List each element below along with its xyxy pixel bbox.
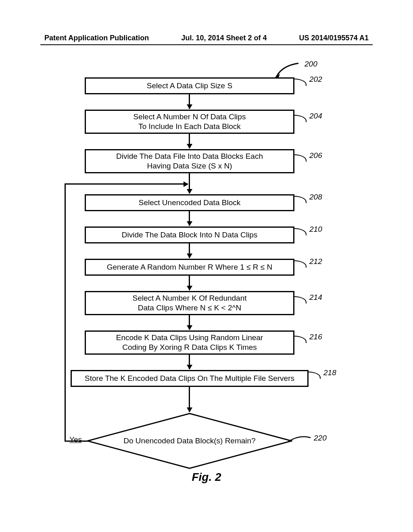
loop-vertical <box>65 183 66 441</box>
arrow-208-210 <box>189 211 190 226</box>
callout-curve-218 <box>309 372 321 379</box>
step-214: Select A Number K Of Redundant Data Clip… <box>85 291 294 315</box>
header-right: US 2014/0195574 A1 <box>299 34 369 42</box>
ref-204: 204 <box>309 112 322 121</box>
ref-202: 202 <box>309 75 322 84</box>
header-rule <box>40 44 373 45</box>
step-212-text: Generate A Random Number R Where 1 ≤ R ≤… <box>107 262 273 272</box>
arrow-204-206 <box>189 134 190 148</box>
callout-curve-204 <box>294 115 307 122</box>
step-216: Encode K Data Clips Using Random Linear … <box>85 330 294 355</box>
step-208: Select Unencoded Data Block <box>85 194 294 211</box>
ref-200: 200 <box>305 60 317 69</box>
arrow-206-208 <box>189 173 190 193</box>
callout-curve-216 <box>294 336 307 343</box>
step-202-text: Select A Data Clip Size S <box>147 81 232 91</box>
step-204-line2: To Include In Each Data Block <box>138 122 240 131</box>
ref-220: 220 <box>314 434 327 443</box>
step-218-text: Store The K Encoded Data Clips On The Mu… <box>85 374 294 383</box>
callout-curve-208 <box>294 196 307 203</box>
callout-curve-206 <box>294 154 307 162</box>
callout-curve-210 <box>294 228 307 235</box>
branch-yes-label: Yes <box>69 435 82 444</box>
step-214-line1: Select A Number K Of Redundant <box>132 293 246 303</box>
callout-arrow-200 <box>274 62 302 79</box>
arrow-214-216 <box>189 315 190 330</box>
ref-216: 216 <box>309 332 322 341</box>
step-212: Generate A Random Number R Where 1 ≤ R ≤… <box>85 259 294 276</box>
arrow-210-212 <box>189 243 190 258</box>
step-204-line1: Select A Number N Of Data Clips <box>133 112 246 122</box>
callout-curve-212 <box>294 260 307 268</box>
arrow-218-220 <box>189 387 190 412</box>
step-208-text: Select Unencoded Data Block <box>139 198 240 208</box>
step-210-text: Divide The Data Block Into N Data Clips <box>122 230 258 240</box>
callout-curve-202 <box>294 79 307 86</box>
figure-label: Fig. 2 <box>192 471 221 484</box>
ref-208: 208 <box>309 193 322 202</box>
ref-206: 206 <box>309 151 322 160</box>
step-210: Divide The Data Block Into N Data Clips <box>85 227 294 243</box>
step-214-line2: Data Clips Where N ≤ K < 2^N <box>138 303 241 313</box>
arrow-216-218 <box>189 355 190 369</box>
arrow-212-214 <box>189 276 190 290</box>
step-206-line2: Having Data Size (S x N) <box>147 161 232 171</box>
arrow-202-204 <box>189 94 190 109</box>
decision-220-text: Do Unencoded Data Block(s) Remain? <box>123 436 255 445</box>
loop-h-bottom <box>65 441 88 442</box>
header-left: Patent Application Publication <box>44 34 149 42</box>
callout-curve-214 <box>294 296 307 303</box>
ref-212: 212 <box>309 257 322 266</box>
header-center: Jul. 10, 2014 Sheet 2 of 4 <box>181 34 267 42</box>
step-206: Divide The Data File Into Data Blocks Ea… <box>85 149 294 173</box>
ref-214: 214 <box>309 293 322 302</box>
ref-218: 218 <box>323 368 336 377</box>
step-216-line1: Encode K Data Clips Using Random Linear <box>116 333 263 343</box>
step-204: Select A Number N Of Data Clips To Inclu… <box>85 110 294 134</box>
callout-curve-220 <box>287 434 311 444</box>
decision-220: Do Unencoded Data Block(s) Remain? <box>87 413 292 469</box>
step-206-line1: Divide The Data File Into Data Blocks Ea… <box>116 152 263 161</box>
step-216-line2: Coding By Xoring R Data Clips K Times <box>122 343 257 352</box>
loop-h-top <box>65 183 188 185</box>
step-218: Store The K Encoded Data Clips On The Mu… <box>71 370 309 387</box>
step-202: Select A Data Clip Size S <box>85 77 294 94</box>
ref-210: 210 <box>309 225 322 234</box>
page-header: Patent Application Publication Jul. 10, … <box>0 34 413 42</box>
